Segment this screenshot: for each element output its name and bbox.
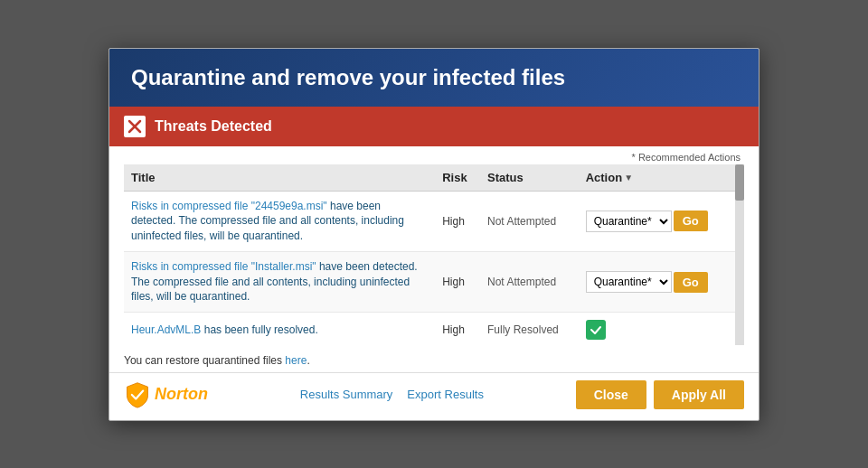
go-button[interactable]: Go xyxy=(674,211,708,231)
close-button[interactable]: Close xyxy=(576,380,646,409)
cell-title: Risks in compressed file "Installer.msi"… xyxy=(124,251,435,312)
scrollbar-area: Title Risk Status Action ▼ xyxy=(124,164,744,345)
action-sort-icon: ▼ xyxy=(624,173,633,183)
norton-shield-icon xyxy=(124,381,151,408)
table-row: Heur.AdvML.B has been fully resolved.Hig… xyxy=(124,313,735,345)
resolved-check-icon xyxy=(586,320,606,340)
footer-buttons: Close Apply All xyxy=(576,380,744,409)
export-results-link[interactable]: Export Results xyxy=(407,388,484,401)
recommended-note: * Recommended Actions xyxy=(124,146,744,164)
col-risk: Risk xyxy=(435,164,480,192)
table-row: Risks in compressed file "24459e9a.msi" … xyxy=(124,191,735,251)
norton-logo: Norton xyxy=(124,381,208,408)
threats-table: Title Risk Status Action ▼ xyxy=(124,164,735,345)
restore-link[interactable]: here xyxy=(285,354,307,367)
table-scroll: Title Risk Status Action ▼ xyxy=(124,164,735,345)
results-summary-link[interactable]: Results Summary xyxy=(300,388,393,401)
cell-risk: High xyxy=(435,251,480,312)
threats-banner-text: Threats Detected xyxy=(155,118,272,135)
threat-link[interactable]: Risks in compressed file "24459e9a.msi" xyxy=(131,200,327,212)
action-select[interactable]: Quarantine* xyxy=(586,271,672,293)
cell-risk: High xyxy=(435,191,480,251)
norton-brand-text: Norton xyxy=(155,385,208,404)
cell-action: Quarantine*Go xyxy=(579,251,735,312)
col-action: Action ▼ xyxy=(579,164,735,192)
cell-action xyxy=(579,313,735,345)
cell-status: Not Attempted xyxy=(480,191,579,251)
cell-title: Heur.AdvML.B has been fully resolved. xyxy=(124,313,435,345)
action-select[interactable]: Quarantine* xyxy=(586,211,672,232)
footer-links: Results Summary Export Results xyxy=(300,388,484,401)
footer-note-post: . xyxy=(307,354,309,367)
dialog-footer: Norton Results Summary Export Results Cl… xyxy=(109,372,759,420)
footer-note: You can restore quarantined files here. xyxy=(109,345,759,372)
footer-note-pre: You can restore quarantined files xyxy=(124,354,285,367)
table-row: Risks in compressed file "Installer.msi"… xyxy=(124,251,735,312)
threats-banner: Threats Detected xyxy=(109,107,759,146)
cell-status: Not Attempted xyxy=(480,251,579,312)
scrollbar-track[interactable] xyxy=(735,164,744,345)
cell-title: Risks in compressed file "24459e9a.msi" … xyxy=(124,191,435,251)
cell-action: Quarantine*Go xyxy=(579,191,735,251)
go-button[interactable]: Go xyxy=(674,272,708,293)
dialog-header: Quarantine and remove your infected file… xyxy=(109,49,759,107)
col-title: Title xyxy=(124,164,435,192)
threat-link[interactable]: Risks in compressed file "Installer.msi" xyxy=(131,260,316,273)
x-icon xyxy=(124,116,146,137)
main-dialog: Quarantine and remove your infected file… xyxy=(108,48,760,421)
col-status: Status xyxy=(480,164,579,192)
cell-risk: High xyxy=(435,313,480,345)
apply-all-button[interactable]: Apply All xyxy=(654,380,744,409)
cell-status: Fully Resolved xyxy=(480,313,579,345)
dialog-title: Quarantine and remove your infected file… xyxy=(131,65,737,90)
scrollbar-thumb[interactable] xyxy=(735,164,744,201)
threat-link[interactable]: Heur.AdvML.B xyxy=(131,323,201,336)
table-container: * Recommended Actions Title Risk Status … xyxy=(109,146,759,345)
